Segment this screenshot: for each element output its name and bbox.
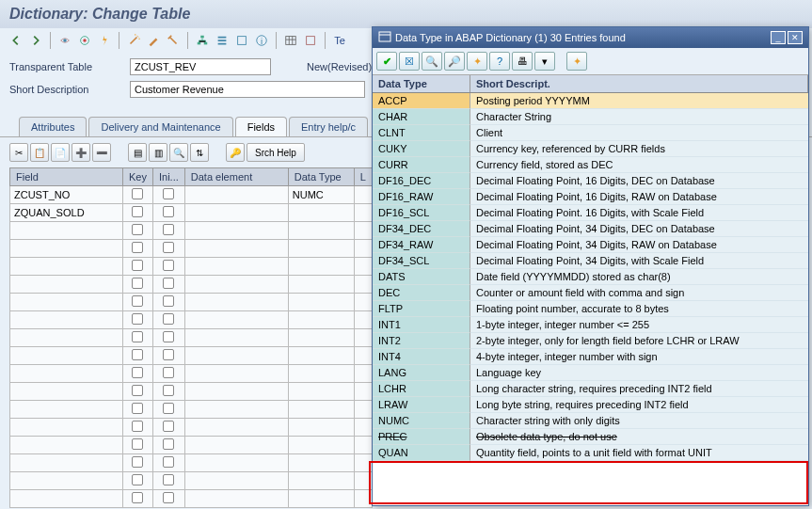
ini-checkbox[interactable] xyxy=(163,242,174,253)
key-checkbox[interactable] xyxy=(132,313,143,325)
key-checkbox[interactable] xyxy=(132,403,143,414)
table-row[interactable] xyxy=(10,258,373,276)
index-icon[interactable] xyxy=(302,32,319,49)
ini-checkbox[interactable] xyxy=(163,349,174,360)
list-item[interactable]: NUMCCharacter string with only digits xyxy=(373,413,808,429)
ini-checkbox[interactable] xyxy=(163,403,174,414)
ini-checkbox[interactable] xyxy=(163,260,174,271)
list-item[interactable]: PRECObsolete data type, do not use xyxy=(373,429,808,445)
key-checkbox[interactable] xyxy=(132,295,143,307)
list-item[interactable]: LCHRLong character string, requires prec… xyxy=(373,381,808,397)
table-name-input[interactable] xyxy=(130,58,271,75)
key-checkbox[interactable] xyxy=(132,367,143,378)
list-item[interactable]: DF34_DECDecimal Floating Point, 34 Digit… xyxy=(373,221,808,237)
copy-button[interactable]: 📋 xyxy=(30,143,49,162)
table-row[interactable] xyxy=(10,454,373,472)
cell-field[interactable]: ZCUST_NO xyxy=(10,186,123,204)
col-key[interactable]: Key xyxy=(123,168,153,186)
table-row[interactable] xyxy=(10,347,373,365)
key-checkbox[interactable] xyxy=(132,349,143,360)
paste-button[interactable]: 📄 xyxy=(51,143,70,162)
insert-button[interactable]: ➕ xyxy=(72,143,90,162)
ok-button[interactable]: ✔ xyxy=(376,52,397,71)
back-arrow-icon[interactable] xyxy=(8,32,24,49)
key-checkbox[interactable] xyxy=(132,206,143,217)
ini-checkbox[interactable] xyxy=(163,188,174,199)
table-row[interactable] xyxy=(10,401,373,419)
list-item[interactable]: DECCounter or amount field with comma an… xyxy=(373,285,808,301)
cell-data-type[interactable]: NUMC xyxy=(288,186,354,204)
key-checkbox[interactable] xyxy=(132,224,143,235)
new-button[interactable]: ✦ xyxy=(467,52,487,71)
list-item[interactable]: DF34_SCLDecimal Floating Point, 34 Digit… xyxy=(373,253,808,269)
table-row[interactable] xyxy=(10,490,373,508)
ini-checkbox[interactable] xyxy=(163,224,174,235)
list-item[interactable]: LRAWLong byte string, requires preceding… xyxy=(373,397,808,413)
display-icon[interactable] xyxy=(56,32,73,49)
list-icon[interactable] xyxy=(214,32,231,49)
ini-checkbox[interactable] xyxy=(163,456,174,468)
check-icon[interactable] xyxy=(76,32,93,49)
ini-checkbox[interactable] xyxy=(163,421,174,432)
hierarchy-icon[interactable] xyxy=(194,32,211,49)
forward-arrow-icon[interactable] xyxy=(27,32,44,49)
key-checkbox[interactable] xyxy=(132,278,143,289)
ini-checkbox[interactable] xyxy=(163,492,174,503)
list-item[interactable]: DF34_RAWDecimal Floating Point, 34 Digit… xyxy=(373,237,808,253)
list-item[interactable]: DATSDate field (YYYYMMDD) stored as char… xyxy=(373,269,808,285)
table-row[interactable] xyxy=(10,240,373,258)
ini-checkbox[interactable] xyxy=(163,367,174,378)
table-row[interactable] xyxy=(10,419,373,437)
table-row[interactable] xyxy=(10,311,373,329)
export-button[interactable]: ▾ xyxy=(534,52,555,71)
sort-icon[interactable]: ⇅ xyxy=(190,143,209,162)
tab-attributes[interactable]: Attributes xyxy=(19,117,87,136)
minimize-button[interactable]: _ xyxy=(771,31,786,44)
short-description-input[interactable] xyxy=(130,81,365,98)
key-checkbox[interactable] xyxy=(132,188,143,199)
find-next-button[interactable]: 🔎 xyxy=(444,52,465,71)
col-length[interactable]: L xyxy=(354,168,372,186)
activate-icon[interactable] xyxy=(96,32,113,49)
ini-checkbox[interactable] xyxy=(163,295,174,307)
ini-checkbox[interactable] xyxy=(163,438,174,450)
tool-icon[interactable] xyxy=(165,32,182,49)
list-item[interactable]: ACCPPosting period YYYYMM xyxy=(373,93,808,109)
tab-fields[interactable]: Fields xyxy=(235,117,287,136)
key-checkbox[interactable] xyxy=(132,438,143,450)
cell-field[interactable]: ZQUAN_SOLD xyxy=(10,204,123,222)
table-row[interactable] xyxy=(10,329,373,347)
list-item[interactable]: DF16_SCLDecimal Floating Point. 16 Digit… xyxy=(373,205,808,221)
cut-button[interactable]: ✂ xyxy=(9,143,28,162)
key-checkbox[interactable] xyxy=(132,456,143,468)
find-icon[interactable]: 🔍 xyxy=(169,143,188,162)
print-button[interactable]: 🖶 xyxy=(512,52,533,71)
list-item[interactable]: CLNTClient xyxy=(373,125,808,141)
table-row[interactable] xyxy=(10,437,373,454)
find-button[interactable]: 🔍 xyxy=(422,52,442,71)
ini-checkbox[interactable] xyxy=(163,278,174,289)
key-checkbox[interactable] xyxy=(132,242,143,253)
list-item[interactable]: CUKYCurrency key, referenced by CURR fie… xyxy=(373,141,808,157)
key-checkbox[interactable] xyxy=(132,474,143,485)
expand-icon[interactable]: ▤ xyxy=(128,143,147,162)
col-short-descript[interactable]: Short Descript. xyxy=(470,75,808,92)
popup-titlebar[interactable]: Data Type in ABAP Dictionary (1) 30 Entr… xyxy=(373,27,808,48)
delete-button[interactable]: ➖ xyxy=(92,143,111,162)
ini-checkbox[interactable] xyxy=(163,313,174,325)
settings-button[interactable]: ✦ xyxy=(566,52,587,71)
list-item[interactable]: CHARCharacter String xyxy=(373,109,808,125)
help-button[interactable]: ? xyxy=(489,52,510,71)
restrict-button[interactable]: ☒ xyxy=(399,52,420,71)
wand-icon[interactable] xyxy=(125,32,142,49)
close-button[interactable]: ✕ xyxy=(788,31,803,44)
table-row[interactable] xyxy=(10,383,373,401)
table-row[interactable] xyxy=(10,222,373,240)
col-ini[interactable]: Ini... xyxy=(152,168,184,186)
info-icon[interactable]: i xyxy=(253,32,270,49)
ini-checkbox[interactable] xyxy=(163,385,174,396)
tab-delivery[interactable]: Delivery and Maintenance xyxy=(88,117,232,136)
grid-icon[interactable] xyxy=(233,32,250,49)
srch-help-button[interactable]: Srch Help xyxy=(247,143,305,162)
list-item[interactable]: INT44-byte integer, integer number with … xyxy=(373,349,808,365)
